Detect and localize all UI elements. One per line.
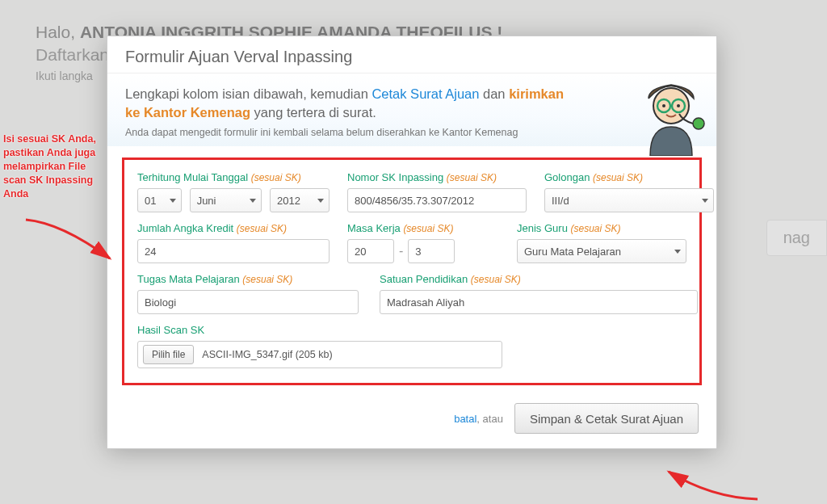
modal-dialog: Formulir Ajuan Verval Inpassing Lengkapi… [107, 36, 717, 449]
svg-point-4 [662, 104, 665, 107]
input-masa-kerja-a[interactable] [347, 239, 394, 263]
label-hasil-scan: Hasil Scan SK [137, 324, 686, 336]
assistant-avatar-icon [634, 78, 708, 156]
field-nomor-sk: Nomor SK Inpassing (sesuai SK) [347, 171, 527, 212]
modal-title: Formulir Ajuan Verval Inpassing [107, 36, 716, 74]
label-nomor-sk: Nomor SK Inpassing (sesuai SK) [347, 171, 527, 183]
select-month[interactable]: Juni [190, 188, 262, 212]
field-jenis-guru: Jenis Guru (sesuai SK) Guru Mata Pelajar… [517, 222, 686, 263]
chevron-down-icon [317, 199, 324, 203]
input-satuan-pendidikan[interactable] [380, 290, 698, 314]
field-terhitung-mulai-tanggal: Terhitung Mulai Tanggal (sesuai SK) 01 J… [137, 171, 330, 212]
simpan-cetak-button[interactable]: Simpan & Cetak Surat Ajuan [514, 403, 699, 434]
input-nomor-sk[interactable] [347, 188, 527, 212]
chevron-down-icon [702, 199, 708, 203]
select-day[interactable]: 01 [137, 188, 182, 212]
dash-separator: - [399, 244, 403, 258]
label-jenis-guru: Jenis Guru (sesuai SK) [517, 222, 686, 234]
file-input-wrap: Pilih file ASCII-IMG_5347.gif (205 kb) [137, 341, 502, 368]
label-tugas-mapel: Tugas Mata Pelajaran (sesuai SK) [137, 273, 362, 285]
field-tugas-mapel: Tugas Mata Pelajaran (sesuai SK) [137, 273, 362, 314]
label-masa-kerja: Masa Kerja (sesuai SK) [347, 222, 499, 234]
chevron-down-icon [250, 199, 256, 203]
input-tugas-mapel[interactable] [137, 290, 359, 314]
select-jenis-guru[interactable]: Guru Mata Pelajaran [517, 239, 686, 263]
intro-part-a: Lengkapi kolom isian dibawah, kemudian [125, 86, 372, 101]
svg-point-6 [693, 118, 704, 129]
file-name-text: ASCII-IMG_5347.gif (205 kb) [202, 349, 332, 360]
choose-file-button[interactable]: Pilih file [143, 345, 194, 364]
intro-part-c: yang tertera di surat. [250, 105, 376, 120]
link-cetak-surat[interactable]: Cetak Surat Ajuan [372, 86, 479, 101]
select-golongan[interactable]: III/d [544, 188, 714, 212]
field-masa-kerja: Masa Kerja (sesuai SK) - [347, 222, 499, 263]
input-masa-kerja-b[interactable] [408, 239, 455, 263]
intro-sub-text: Anda dapat mengedit formulir ini kembali… [125, 127, 699, 138]
label-satuan-pendidikan: Satuan Pendidikan (sesuai SK) [380, 273, 686, 285]
label-angka-kredit: Jumlah Angka Kredit (sesuai SK) [137, 222, 330, 234]
field-angka-kredit: Jumlah Angka Kredit (sesuai SK) [137, 222, 330, 263]
modal-intro: Lengkapi kolom isian dibawah, kemudian C… [107, 74, 716, 146]
field-golongan: Golongan (sesuai SK) III/d [544, 171, 714, 212]
chevron-down-icon [674, 250, 681, 254]
cancel-link[interactable]: batal [454, 413, 476, 425]
field-satuan-pendidikan: Satuan Pendidikan (sesuai SK) [380, 273, 686, 314]
form-highlight-box: Terhitung Mulai Tanggal (sesuai SK) 01 J… [122, 158, 702, 385]
label-golongan: Golongan (sesuai SK) [544, 171, 714, 183]
input-angka-kredit[interactable] [137, 239, 330, 263]
select-year[interactable]: 2012 [270, 188, 330, 212]
chevron-down-icon [170, 199, 176, 203]
intro-main-text: Lengkapi kolom isian dibawah, kemudian C… [125, 85, 577, 122]
label-tmt: Terhitung Mulai Tanggal (sesuai SK) [137, 171, 330, 183]
atau-text: , atau [476, 413, 503, 425]
modal-footer: batal, atau Simpan & Cetak Surat Ajuan [107, 392, 716, 448]
annotation-callout: Isi sesuai SK Anda, pastikan Anda juga m… [3, 132, 103, 200]
intro-part-b: dan [479, 86, 509, 101]
field-hasil-scan: Hasil Scan SK Pilih file ASCII-IMG_5347.… [137, 324, 686, 368]
svg-point-5 [677, 104, 680, 107]
